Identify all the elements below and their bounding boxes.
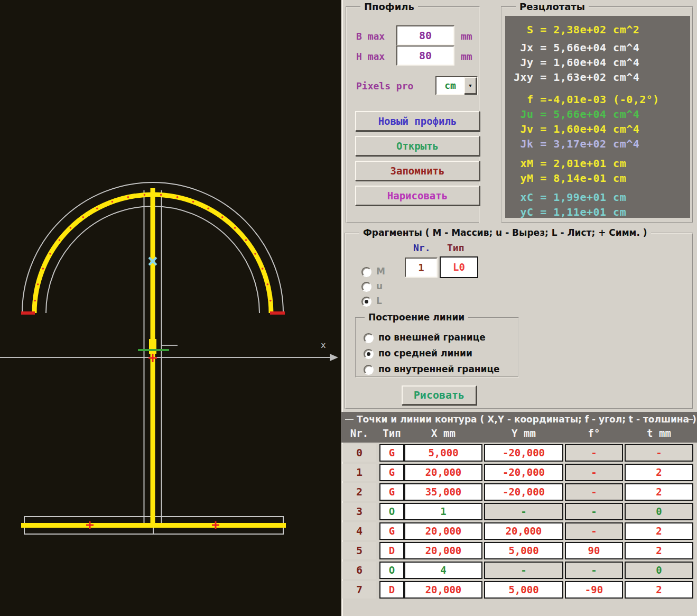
table-cell[interactable]: -: [565, 483, 623, 501]
table-cell[interactable]: G: [379, 464, 404, 481]
line-option-2-radio[interactable]: [364, 365, 374, 375]
line-option-0-radio[interactable]: [364, 333, 374, 343]
result-line: S = 2,38e+02 cm^2: [514, 23, 639, 36]
row-number: 6: [342, 562, 376, 579]
draw-button[interactable]: Рисовать: [402, 385, 477, 405]
result-line: f =-4,01e-03 (-0,2°): [514, 93, 659, 106]
table-cell[interactable]: 20,000: [484, 522, 563, 540]
x-axis-label: x: [321, 340, 326, 350]
table-cell[interactable]: D: [379, 542, 404, 559]
table-row: 0G5,000-20,000--: [341, 444, 697, 462]
table-cell[interactable]: 2: [625, 464, 693, 481]
table-cell[interactable]: -: [625, 444, 693, 462]
table-row: 3O1--0: [341, 503, 697, 520]
b-max-label: B max: [356, 31, 385, 42]
table-cell[interactable]: 20,000: [404, 464, 482, 481]
pixels-pro-label: Pixels pro: [356, 80, 413, 91]
fragment-nr-input[interactable]: 1: [405, 258, 438, 278]
table-cell[interactable]: -20,000: [484, 444, 563, 462]
result-line: Jy = 1,60e+04 cm^4: [514, 56, 639, 69]
points-table: 0G5,000-20,000--1G20,000-20,000-22G35,00…: [341, 412, 697, 616]
result-line: Jx = 5,66e+04 cm^4: [514, 41, 639, 54]
row-number: 0: [342, 444, 376, 462]
save-button[interactable]: Запомнить: [355, 161, 480, 181]
table-cell[interactable]: 2: [625, 522, 693, 540]
fragments-title: Фрагменты ( М - Массив; u - Вырез; L - Л…: [359, 227, 651, 238]
line-construction-title: Построение линии: [365, 312, 468, 323]
table-cell[interactable]: 2: [625, 542, 693, 559]
line-option-1-radio[interactable]: [364, 349, 374, 359]
fragment-type-input[interactable]: L0: [440, 256, 478, 278]
table-cell[interactable]: 5,000: [484, 542, 563, 559]
fragment-type-m-radio[interactable]: [361, 267, 371, 277]
result-line: Jxy = 1,63e+02 cm^4: [514, 71, 639, 84]
table-cell[interactable]: -: [565, 522, 623, 540]
app-window: x Ппофиль: [0, 0, 697, 616]
radio-dot-icon: [367, 352, 370, 356]
fragment-type-u-radio[interactable]: [361, 282, 371, 292]
profile-title: Ппофиль: [360, 1, 418, 12]
table-cell[interactable]: 1: [404, 503, 482, 520]
h-max-unit: mm: [461, 51, 472, 62]
table-cell[interactable]: 35,000: [404, 483, 482, 501]
b-max-unit: mm: [461, 31, 472, 42]
table-cell[interactable]: -: [565, 444, 623, 462]
fragment-type-value: L0: [453, 261, 465, 273]
table-cell[interactable]: 5,000: [484, 581, 563, 599]
h-max-input[interactable]: 80: [396, 45, 454, 66]
fragment-type-m-label: M: [376, 266, 385, 277]
row-number: 2: [342, 483, 376, 501]
fragment-type-l-radio[interactable]: [361, 297, 371, 307]
table-cell[interactable]: 20,000: [404, 522, 482, 540]
table-cell[interactable]: -: [565, 562, 623, 579]
table-cell[interactable]: 2: [625, 581, 693, 599]
fragment-type-u-label: u: [376, 281, 383, 291]
row-number: 5: [342, 542, 376, 559]
table-cell[interactable]: G: [379, 444, 404, 462]
row-number: 7: [342, 581, 376, 599]
table-cell[interactable]: -20,000: [484, 464, 563, 481]
table-cell[interactable]: O: [379, 503, 404, 520]
result-line: Jv = 1,60e+04 cm^4: [514, 123, 639, 135]
result-line: yM = 8,14e-01 cm: [514, 172, 626, 185]
table-cell[interactable]: 5,000: [404, 444, 482, 462]
pixels-pro-select[interactable]: cm ▼: [435, 76, 478, 95]
table-cell[interactable]: -90: [565, 581, 623, 599]
table-cell[interactable]: 4: [404, 562, 482, 579]
table-cell[interactable]: G: [379, 522, 404, 540]
table-cell[interactable]: 0: [625, 503, 693, 520]
table-cell[interactable]: -20,000: [484, 483, 563, 501]
table-cell[interactable]: G: [379, 483, 404, 501]
table-cell[interactable]: -: [565, 464, 623, 481]
table-cell[interactable]: -: [565, 503, 623, 520]
table-row: 5D20,0005,000902: [341, 542, 697, 559]
table-row: 4G20,00020,000-2: [341, 522, 697, 540]
table-cell[interactable]: 90: [565, 542, 623, 559]
table-cell[interactable]: 2: [625, 483, 693, 501]
line-option-0-label: по внешней границе: [378, 332, 486, 343]
table-cell[interactable]: 20,000: [404, 542, 482, 559]
arch-end-marker-right: [270, 311, 285, 315]
row-number: 1: [342, 464, 376, 481]
redraw-button[interactable]: Нарисовать: [355, 186, 480, 206]
arch-end-marker-left: [21, 311, 35, 315]
table-row: 2G35,000-20,000-2: [341, 483, 697, 501]
table-cell[interactable]: D: [379, 581, 404, 599]
new-profile-button[interactable]: Новый профиль: [355, 111, 480, 131]
table-cell[interactable]: O: [379, 562, 404, 579]
table-cell[interactable]: -: [484, 562, 563, 579]
h-max-value: 80: [419, 49, 432, 62]
fragment-type-label: Тип: [447, 242, 464, 253]
fragment-nr-value: 1: [418, 262, 424, 273]
table-row: 1G20,000-20,000-2: [341, 464, 697, 481]
table-cell[interactable]: 20,000: [404, 581, 482, 599]
open-button[interactable]: Открыть: [355, 136, 480, 156]
b-max-input[interactable]: 80: [396, 25, 454, 45]
h-max-label: H max: [356, 51, 385, 62]
table-row: 6O4--0: [341, 562, 697, 579]
fragment-nr-label: Nr.: [413, 242, 431, 253]
table-cell[interactable]: -: [484, 503, 563, 520]
chevron-down-icon[interactable]: ▼: [464, 77, 477, 94]
drawing-canvas[interactable]: x: [0, 0, 341, 616]
table-cell[interactable]: 0: [625, 562, 693, 579]
